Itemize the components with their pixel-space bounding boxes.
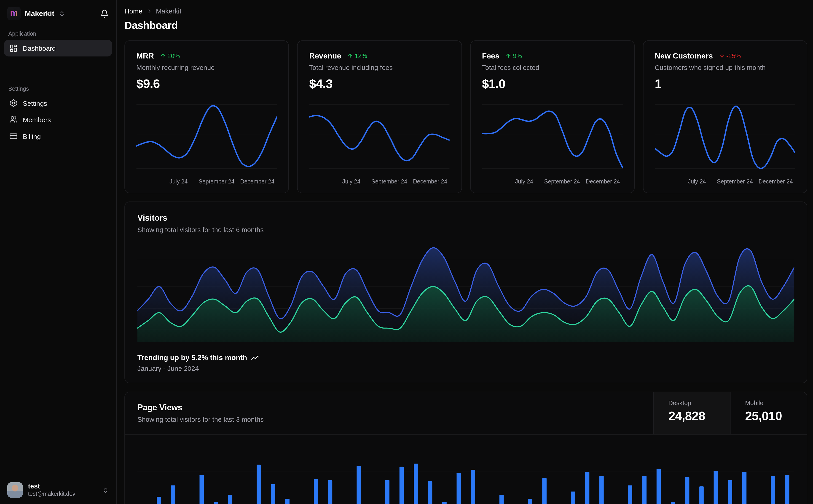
visitors-trend-text: Trending up by 5.2% this month (137, 353, 247, 361)
sidebar-item-members[interactable]: Members (4, 111, 112, 128)
sidebar-item-label: Billing (23, 132, 41, 140)
page-views-header: Page Views Showing total visitors for th… (125, 392, 807, 435)
page-views-bar-chart (137, 435, 794, 504)
gear-icon (9, 99, 18, 107)
visitors-footer: Trending up by 5.2% this month January -… (137, 353, 794, 372)
user-avatar (7, 482, 23, 498)
kpi-card-fees: Fees 9% Total fees collected $1.0 July 2… (470, 40, 635, 193)
visitors-card: Visitors Showing total visitors for the … (124, 202, 807, 383)
arrow-up-icon (347, 53, 353, 58)
stat-toggle-desktop[interactable]: Desktop 24,828 (654, 392, 730, 434)
sidebar-section-settings: Settings (0, 80, 116, 95)
trend-badge: 20% (160, 52, 180, 59)
user-menu[interactable]: test test@makerkit.dev (0, 476, 116, 504)
sidebar-item-label: Settings (23, 99, 47, 107)
credit-card-icon (9, 132, 18, 140)
kpi-subtitle: Total fees collected (482, 64, 623, 72)
kpi-card-mrr: MRR 20% Monthly recurring revenue $9.6 J… (124, 40, 289, 193)
kpi-subtitle: Total revenue including fees (309, 64, 450, 72)
user-name: test (28, 482, 75, 491)
stat-value: 25,010 (745, 409, 807, 423)
kpi-title: Fees (482, 51, 499, 60)
users-icon (9, 116, 18, 124)
user-email: test@makerkit.dev (28, 491, 75, 498)
main-content: Home Makerkit Dashboard MRR 20% Monthly … (117, 0, 813, 504)
stat-label: Mobile (745, 399, 807, 407)
sidebar-section-application: Application (0, 25, 116, 40)
kpi-title: New Customers (655, 51, 713, 60)
sparkline-x-axis: July 24September 24December 24 (309, 178, 450, 186)
sidebar-item-settings[interactable]: Settings (4, 95, 112, 111)
arrow-up-icon (506, 53, 511, 58)
kpi-value: $4.3 (309, 77, 450, 91)
kpi-row: MRR 20% Monthly recurring revenue $9.6 J… (124, 40, 807, 193)
kpi-value: $9.6 (136, 77, 277, 91)
trending-up-icon (251, 353, 259, 361)
bell-icon[interactable] (100, 9, 109, 18)
revenue-sparkline-chart (309, 98, 450, 176)
page-title: Dashboard (124, 20, 807, 32)
arrow-up-icon (160, 53, 166, 58)
makerkit-logo: m (7, 7, 21, 20)
visitors-area-chart (137, 241, 794, 342)
chevron-right-icon (146, 8, 152, 14)
sidebar-item-dashboard[interactable]: Dashboard (4, 40, 112, 57)
kpi-subtitle: Customers who signed up this month (655, 64, 795, 72)
sparkline-x-axis: July 24September 24December 24 (136, 178, 277, 186)
visitors-date-range: January - June 2024 (137, 365, 794, 372)
kpi-subtitle: Monthly recurring revenue (136, 64, 277, 72)
page-views-title: Page Views (137, 403, 641, 412)
kpi-value: 1 (655, 77, 795, 91)
stat-label: Desktop (668, 399, 730, 407)
kpi-title: MRR (136, 51, 154, 60)
trend-badge: 9% (506, 52, 522, 59)
visitors-subtitle: Showing total visitors for the last 6 mo… (137, 226, 794, 234)
sparkline-x-axis: July 24September 24December 24 (655, 178, 795, 186)
makerkit-dashboard-app: m Makerkit Application Dashboard Setting… (0, 0, 813, 504)
page-views-subtitle: Showing total visitors for the last 3 mo… (137, 415, 641, 423)
fees-sparkline-chart (482, 98, 623, 176)
workspace-selector[interactable]: m Makerkit (0, 0, 116, 25)
breadcrumb-current: Makerkit (156, 7, 181, 15)
kpi-card-revenue: Revenue 12% Total revenue including fees… (297, 40, 462, 193)
trend-badge: -25% (719, 52, 741, 59)
visitors-title: Visitors (137, 213, 794, 223)
sidebar-item-label: Dashboard (23, 44, 56, 52)
sidebar-item-label: Members (23, 116, 51, 124)
trend-badge: 12% (347, 52, 367, 59)
breadcrumb-home-link[interactable]: Home (124, 7, 142, 15)
sidebar-item-billing[interactable]: Billing (4, 128, 112, 145)
chevrons-up-down-icon (58, 10, 65, 17)
stat-toggle-mobile[interactable]: Mobile 25,010 (730, 392, 807, 434)
arrow-down-icon (719, 53, 725, 58)
new-customers-sparkline-chart (655, 98, 795, 176)
sidebar: m Makerkit Application Dashboard Setting… (0, 0, 117, 504)
breadcrumb: Home Makerkit (124, 7, 807, 15)
workspace-name: Makerkit (25, 9, 54, 18)
chevrons-up-down-icon (102, 487, 109, 493)
kpi-title: Revenue (309, 51, 341, 60)
kpi-card-new-customers: New Customers -25% Customers who signed … (643, 40, 807, 193)
sparkline-x-axis: July 24September 24December 24 (482, 178, 623, 186)
mrr-sparkline-chart (136, 98, 277, 176)
stat-value: 24,828 (668, 409, 730, 423)
kpi-value: $1.0 (482, 77, 623, 91)
page-views-card: Page Views Showing total visitors for th… (124, 392, 807, 504)
dashboard-icon (9, 44, 18, 52)
